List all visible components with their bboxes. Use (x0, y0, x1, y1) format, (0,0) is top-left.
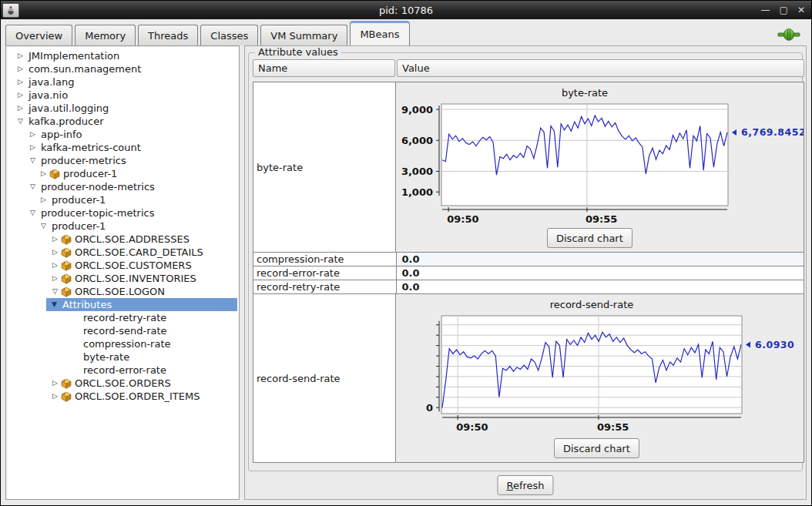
expand-toggle-icon[interactable]: ▷ (50, 393, 60, 400)
expand-toggle-icon[interactable]: ▷ (15, 52, 25, 59)
expand-toggle-icon[interactable]: ▽ (28, 183, 38, 190)
tree-item-label: ORCL.SOE.ADDRESSES (73, 233, 191, 245)
tree-item-java-util-logging[interactable]: ▷java.util.logging (6, 102, 239, 115)
attr-name-cell[interactable]: record-error-rate (253, 266, 397, 280)
tab-memory[interactable]: Memory (75, 25, 136, 45)
tree-item-label: Attributes (61, 299, 113, 310)
tree-item-producer-1[interactable]: ▽producer-1 (6, 219, 239, 233)
expand-toggle-icon[interactable]: ▷ (50, 249, 60, 256)
tree-item-label: record-retry-rate (82, 312, 168, 323)
tree-item-producer-node-metrics[interactable]: ▽producer-node-metrics (6, 180, 239, 193)
column-header-name[interactable]: Name (253, 59, 395, 77)
mbean-icon (61, 260, 72, 271)
window-title: pid: 10786 (1, 5, 811, 16)
expand-toggle-icon[interactable]: ▷ (39, 196, 49, 203)
expand-toggle-icon[interactable]: ▷ (50, 236, 60, 243)
title-bar: pid: 10786 — ▢ ✕ (1, 1, 811, 19)
close-icon[interactable]: ✕ (797, 5, 805, 15)
attr-name-cell[interactable]: record-send-rate (253, 294, 396, 462)
tree-item-record-retry-rate[interactable]: record-retry-rate (6, 311, 239, 324)
expand-toggle-icon[interactable]: ▽ (50, 288, 60, 295)
y-axis-tick-label: 9,000 (401, 104, 433, 116)
expand-toggle-icon[interactable]: ▷ (50, 262, 60, 269)
attr-name-cell[interactable]: compression-rate (253, 253, 397, 266)
expand-toggle-icon[interactable]: ▼ (49, 301, 59, 308)
expand-toggle-icon[interactable]: ▷ (50, 380, 60, 387)
tree-item-orcl-soe-order-items[interactable]: ▷ORCL.SOE.ORDER_ITEMS (6, 390, 239, 403)
tree-item-byte-rate[interactable]: byte-rate (6, 350, 239, 364)
expand-toggle-icon[interactable]: ▷ (28, 131, 38, 138)
expand-toggle-icon[interactable]: ▽ (15, 118, 25, 125)
tree-item-label: java.util.logging (27, 102, 110, 114)
expand-toggle-icon[interactable]: ▷ (15, 92, 25, 99)
tree-item-producer-1[interactable]: ▷producer-1 (6, 167, 239, 180)
tree-item-label: kafka.producer (27, 116, 106, 127)
expand-toggle-icon[interactable]: ▷ (15, 105, 25, 112)
expand-toggle-icon[interactable]: ▷ (50, 275, 60, 282)
tree-item-attributes[interactable]: ▼Attributes (6, 298, 239, 311)
tree-item-kafka-producer[interactable]: ▽kafka.producer (6, 115, 239, 128)
discard-chart-button[interactable]: Discard chart (554, 438, 639, 458)
tree-item-label: record-error-rate (82, 364, 168, 376)
attr-chart-cell: byte-rate9,0006,0003,0001,00009:5009:556… (396, 82, 804, 252)
expand-toggle-icon[interactable]: ▽ (39, 223, 49, 230)
chart-byte-rate: byte-rate9,0006,0003,0001,00009:5009:556… (396, 82, 804, 252)
tree-item-producer-1[interactable]: ▷producer-1 (6, 193, 239, 206)
minimize-icon[interactable]: — (761, 5, 770, 15)
tab-classes[interactable]: Classes (200, 25, 258, 45)
tab-threads[interactable]: Threads (138, 25, 198, 45)
tab-overview[interactable]: Overview (5, 25, 72, 45)
discard-chart-button[interactable]: Discard chart (547, 228, 632, 248)
x-axis-tick-label: 09:50 (456, 421, 488, 433)
attr-value-cell[interactable]: 0.0 (397, 253, 804, 266)
attr-name-cell[interactable]: record-retry-rate (253, 280, 397, 293)
tree-item-label: record-send-rate (82, 325, 169, 337)
chart-title: record-send-rate (550, 299, 634, 310)
tree-item-label: producer-node-metrics (39, 181, 156, 193)
tree-item-producer-topic-metrics[interactable]: ▽producer-topic-metrics (6, 206, 239, 219)
mbean-icon (61, 247, 72, 258)
tree-item-kafka-metrics-count[interactable]: ▷kafka-metrics-count (6, 141, 239, 154)
attr-name-cell[interactable]: byte-rate (253, 82, 396, 252)
tab-vm-summary[interactable]: VM Summary (260, 25, 347, 45)
expand-toggle-icon[interactable]: ▷ (15, 79, 25, 85)
tree-item-orcl-soe-card-details[interactable]: ▷ORCL.SOE.CARD_DETAILS (6, 246, 239, 259)
tree-item-orcl-soe-inventories[interactable]: ▷ORCL.SOE.INVENTORIES (6, 272, 239, 285)
tab-mbeans[interactable]: MBeans (350, 21, 409, 45)
tree-item-jmimplementation[interactable]: ▷JMImplementation (6, 49, 239, 62)
tree-item-producer-metrics[interactable]: ▽producer-metrics (6, 154, 239, 167)
tree-item-java-nio[interactable]: ▷java.nio (6, 89, 239, 102)
refresh-button[interactable]: Refresh (497, 475, 553, 495)
tree-item-app-info[interactable]: ▷app-info (6, 128, 239, 141)
tree-item-label: ORCL.SOE.LOGON (73, 286, 166, 297)
chart-title: byte-rate (562, 87, 608, 99)
tree-item-orcl-soe-orders[interactable]: ▷ORCL.SOE.ORDERS (6, 377, 239, 390)
table-row-byte-rate: byte-ratebyte-rate9,0006,0003,0001,00009… (253, 82, 804, 252)
mbean-icon (61, 273, 72, 284)
tree-item-compression-rate[interactable]: compression-rate (6, 337, 239, 350)
tree-item-orcl-soe-logon[interactable]: ▽ORCL.SOE.LOGON (6, 285, 239, 298)
tree-item-label: app-info (39, 129, 84, 140)
tree-item-orcl-soe-customers[interactable]: ▷ORCL.SOE.CUSTOMERS (6, 259, 239, 272)
tree-item-label: producer-1 (50, 194, 107, 206)
tree-item-label: producer-metrics (39, 155, 128, 166)
expand-toggle-icon[interactable]: ▷ (39, 170, 49, 177)
mbean-icon (61, 287, 72, 297)
tree-item-label: java.lang (27, 76, 75, 88)
attr-value-cell[interactable]: 0.0 (397, 280, 804, 293)
expand-toggle-icon[interactable]: ▷ (15, 65, 25, 72)
expand-toggle-icon[interactable]: ▽ (28, 157, 38, 164)
tree-item-label: java.nio (27, 89, 69, 101)
expand-toggle-icon[interactable]: ▽ (28, 209, 38, 216)
tree-item-com-sun-management[interactable]: ▷com.sun.management (6, 62, 239, 75)
tree-item-record-send-rate[interactable]: record-send-rate (6, 324, 239, 337)
expand-toggle-icon[interactable]: ▷ (28, 144, 38, 151)
attr-value-cell[interactable]: 0.0 (397, 266, 804, 280)
attributes-panel: Attribute values Name Value byte-ratebyt… (244, 45, 807, 500)
tree-item-orcl-soe-addresses[interactable]: ▷ORCL.SOE.ADDRESSES (6, 233, 239, 246)
tree-item-java-lang[interactable]: ▷java.lang (6, 75, 239, 89)
maximize-icon[interactable]: ▢ (780, 5, 788, 15)
column-header-value[interactable]: Value (397, 59, 804, 77)
current-value-marker-icon (746, 341, 750, 347)
tree-item-record-error-rate[interactable]: record-error-rate (6, 364, 239, 377)
